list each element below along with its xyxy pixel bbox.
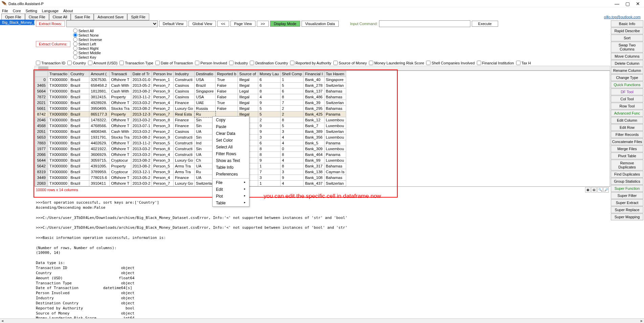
- table-cell[interactable]: Luxembou: [324, 123, 346, 129]
- row-index[interactable]: 8319: [35, 169, 48, 175]
- filter-financial-institution[interactable]: Financial Institution: [477, 61, 514, 65]
- remove-duplicates-button[interactable]: Remove Duplicates: [611, 160, 643, 170]
- row-index[interactable]: 5664: [35, 88, 48, 94]
- table-cell[interactable]: Brazil: [69, 123, 89, 129]
- column-scrollbar[interactable]: [35, 66, 610, 70]
- row-index[interactable]: 2046: [35, 117, 48, 123]
- table-cell[interactable]: Constructi: [174, 140, 195, 146]
- filter-person-involved[interactable]: Person Involved: [195, 61, 227, 65]
- radio-select-right[interactable]: Select Right: [73, 46, 102, 51]
- table-cell[interactable]: 5: [258, 106, 281, 112]
- zoom-out-icon[interactable]: 🔎: [603, 187, 609, 193]
- menu-core[interactable]: Core: [13, 9, 21, 13]
- col-header[interactable]: Tax Haven: [324, 71, 346, 77]
- col-header[interactable]: Industry: [174, 71, 195, 77]
- table-cell[interactable]: Person_8: [152, 146, 174, 152]
- table-cell[interactable]: Brazil: [195, 83, 216, 88]
- table-cell[interactable]: Brazil: [69, 117, 89, 123]
- table-cell[interactable]: Person_4: [152, 175, 174, 181]
- close-all-button[interactable]: Close All: [49, 14, 71, 20]
- table-cell[interactable]: Finance: [174, 175, 195, 181]
- table-cell[interactable]: 3: [280, 169, 303, 175]
- data-table[interactable]: TransactioCountryAmount (TransactiDate o…: [35, 71, 346, 186]
- table-cell[interactable]: 3789959.: [89, 169, 110, 175]
- row-index[interactable]: 5644: [35, 158, 48, 163]
- table-cell[interactable]: Offshore T: [110, 117, 131, 123]
- table-cell[interactable]: Bank_138: [304, 169, 324, 175]
- table-cell[interactable]: 2013-11-2: [131, 94, 152, 100]
- table-cell[interactable]: TX000000: [48, 152, 69, 158]
- table-cell[interactable]: Offshore T: [110, 175, 131, 181]
- col-header[interactable]: Country: [69, 71, 89, 77]
- table-cell[interactable]: 9: [258, 123, 281, 129]
- table-cell[interactable]: Person_8: [152, 117, 174, 123]
- super-filter-button[interactable]: Super Filter: [611, 192, 643, 199]
- table-cell[interactable]: True: [216, 77, 238, 83]
- table-cell[interactable]: False: [216, 106, 238, 112]
- table-cell[interactable]: 3: [258, 135, 281, 140]
- table-cell[interactable]: Bank_464: [304, 152, 324, 158]
- ctx-show-as-text[interactable]: Show as Text: [213, 157, 249, 164]
- filter-transaction-id[interactable]: Transaction ID: [36, 61, 65, 65]
- table-cell[interactable]: Bahamas: [324, 175, 346, 181]
- table-cell[interactable]: TX000000: [48, 77, 69, 83]
- table-cell[interactable]: Bank_12: [304, 117, 324, 123]
- filter-country[interactable]: Country: [67, 61, 86, 65]
- table-cell[interactable]: Luxembou: [324, 117, 346, 123]
- row-index[interactable]: 5661: [35, 106, 48, 112]
- table-cell[interactable]: 4021922.: [89, 146, 110, 152]
- table-cell[interactable]: Person_4: [152, 152, 174, 158]
- radio-select-key[interactable]: Select Key: [73, 55, 102, 59]
- prev-page-button[interactable]: <<: [217, 21, 229, 27]
- table-cell[interactable]: 2013-12-1: [131, 169, 152, 175]
- pivot-table-button[interactable]: Pivot Table: [611, 153, 643, 159]
- table-cell[interactable]: 7: [280, 100, 303, 106]
- advanced-save-button[interactable]: Advanced Save: [94, 14, 127, 20]
- table-cell[interactable]: Constructi: [174, 77, 195, 83]
- table-cell[interactable]: 2013-08-2: [131, 135, 152, 140]
- table-cell[interactable]: 8: [258, 88, 281, 94]
- row-index[interactable]: 4568: [35, 123, 48, 129]
- execute-button[interactable]: Execute: [472, 21, 498, 27]
- table-cell[interactable]: Panama: [324, 112, 346, 117]
- table-cell[interactable]: Illegal: [238, 106, 258, 112]
- df-tool-button[interactable]: DF Tool: [611, 88, 643, 95]
- table-cell[interactable]: Bank_40: [304, 77, 324, 83]
- table-cell[interactable]: Casinos: [174, 88, 195, 94]
- ctx-edit[interactable]: Edit: [213, 186, 249, 193]
- table-cell[interactable]: Casinos: [174, 129, 195, 135]
- save-file-button[interactable]: Save File: [71, 14, 94, 20]
- table-cell[interactable]: Illegal: [238, 100, 258, 106]
- merge-files-button[interactable]: Merge Files: [611, 145, 643, 152]
- table-cell[interactable]: Person_4: [152, 100, 174, 106]
- row-index[interactable]: 3465: [35, 83, 48, 88]
- table-cell[interactable]: USA: [195, 77, 216, 83]
- row-index[interactable]: 7872: [35, 94, 48, 100]
- table-cell[interactable]: 8: [280, 163, 303, 169]
- table-cell[interactable]: Person_2: [152, 106, 174, 112]
- menu-file[interactable]: File: [2, 9, 8, 13]
- table-cell[interactable]: Bank_309: [304, 146, 324, 152]
- table-cell[interactable]: Arms Tra: [174, 169, 195, 175]
- filter-source-of-money[interactable]: Source of Money: [333, 61, 367, 65]
- table-cell[interactable]: 4: [280, 135, 303, 140]
- table-cell[interactable]: 2013-03-2: [131, 152, 152, 158]
- super-replace-button[interactable]: Super Replace: [611, 206, 643, 213]
- table-cell[interactable]: 5: [280, 123, 303, 129]
- visualization-button[interactable]: Visualization Data: [302, 21, 339, 27]
- table-cell[interactable]: 6: [258, 77, 281, 83]
- table-cell[interactable]: Real Esta: [174, 112, 195, 117]
- table-cell[interactable]: 3950499.: [89, 106, 110, 112]
- display-mode-button[interactable]: Display Mode: [270, 21, 300, 27]
- table-cell[interactable]: 2013-08-2: [131, 106, 152, 112]
- table-cell[interactable]: 0: [280, 146, 303, 152]
- table-cell[interactable]: TX000000: [48, 135, 69, 140]
- table-cell[interactable]: 4768566.: [89, 123, 110, 129]
- rename-column-button[interactable]: Rename Column: [611, 67, 643, 74]
- table-cell[interactable]: Person_3: [152, 158, 174, 163]
- table-cell[interactable]: Person_2: [152, 129, 174, 135]
- table-cell[interactable]: TX000000: [48, 94, 69, 100]
- filter-amount-usd-[interactable]: Amount (USD): [88, 61, 118, 65]
- table-cell[interactable]: Illegal: [238, 77, 258, 83]
- table-cell[interactable]: 2013-08-2: [131, 88, 152, 94]
